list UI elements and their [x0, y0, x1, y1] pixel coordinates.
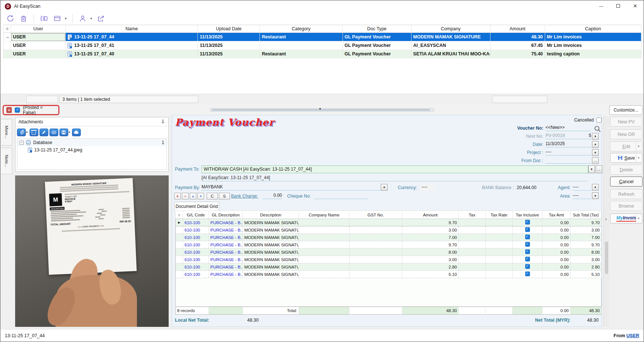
edit-button[interactable]: Edit▼ — [610, 141, 643, 151]
collapse-up-icon[interactable]: ▴ — [319, 106, 321, 110]
tree-node-file[interactable]: 13-11-25 17_07_44.jpeg — [17, 146, 166, 154]
attach-file-button[interactable] — [17, 129, 26, 136]
col-header-user[interactable]: User — [11, 25, 66, 33]
agent-dropdown[interactable]: ▼ — [592, 184, 599, 191]
col-header-name[interactable]: Name — [66, 25, 198, 33]
area-dropdown[interactable]: ▼ — [592, 192, 599, 199]
tax-inclusive-checkbox[interactable] — [525, 235, 530, 239]
gcol-gst-no[interactable]: GST No. — [349, 211, 402, 219]
minimize-button[interactable]: — — [593, 0, 610, 11]
user-dropdown-arrow[interactable]: ▼ — [90, 17, 93, 20]
user-button[interactable] — [78, 14, 87, 23]
tax-inclusive-checkbox[interactable] — [525, 257, 530, 261]
tree-collapse-icon[interactable]: − — [20, 141, 24, 145]
table-row[interactable]: → USER 13-11-25 17_07_41 11/13/2025 GL P… — [4, 41, 641, 50]
maximize-button[interactable] — [610, 0, 627, 11]
delete-button[interactable] — [19, 14, 28, 23]
delete-button-side[interactable]: Delete — [610, 165, 643, 175]
payment-to-browse-button[interactable]: ... — [596, 165, 602, 173]
agent-field[interactable]: ---- — [573, 184, 591, 191]
save-button[interactable]: Save▼ — [610, 153, 643, 163]
bank-charge-field[interactable]: 0.00 — [262, 193, 282, 199]
customize-button[interactable]: Customize... — [609, 105, 643, 115]
col-header-company[interactable]: Company — [411, 25, 490, 33]
grid-row[interactable]: ▶ 610-100 PURCHASE - B... MODERN MAMAK S… — [176, 219, 602, 226]
gcol-company-name[interactable]: Company Name — [299, 211, 349, 219]
payment-by-field[interactable]: MAYBANK — [202, 184, 381, 191]
tree-node-database[interactable]: − Database 1 — [17, 139, 166, 146]
from-user-link[interactable]: USER — [626, 333, 639, 338]
cheque-no-field[interactable] — [314, 193, 368, 199]
scrollbar-thumb[interactable] — [605, 242, 608, 274]
remove-row-button[interactable]: − — [182, 193, 189, 199]
gcol-gl-code[interactable]: G/L Code — [183, 211, 209, 219]
area-field[interactable]: ---- — [573, 193, 591, 199]
remove-filter-button[interactable]: × — [6, 107, 12, 113]
gcol-tax[interactable]: Tax — [459, 211, 486, 219]
new-pv-button[interactable]: New PV — [610, 117, 643, 127]
gcol-amount[interactable]: Amount — [402, 211, 459, 219]
view-attachment-button[interactable] — [49, 129, 58, 136]
grid-row[interactable]: ▶ 610-100 PURCHASE - B... MODERN MAMAK S… — [176, 256, 602, 263]
layout-dropdown-arrow[interactable]: ▼ — [64, 17, 67, 20]
gcol-tax-rate[interactable]: Tax Rate — [486, 211, 513, 219]
sidebar-tab-more[interactable]: More... — [1, 119, 12, 146]
share-button[interactable] — [96, 14, 106, 23]
search-icon[interactable] — [593, 125, 602, 133]
table-row[interactable]: → USER 13-11-25 17_07_40 11/13/2025 Rest… — [4, 50, 641, 58]
project-dropdown[interactable]: ▼ — [592, 149, 599, 156]
table-row[interactable]: → USER 13-11-25 17_07_44 11/13/2025 Rest… — [4, 33, 641, 41]
filter-checkbox[interactable] — [15, 107, 20, 113]
refresh-button-side[interactable]: Refresh — [610, 189, 643, 199]
save-dropdown-arrow[interactable]: ▼ — [68, 131, 71, 134]
date-dropdown[interactable]: ▼ — [592, 141, 599, 148]
cloud-upload-button[interactable] — [72, 129, 81, 136]
gcol-tax-amt[interactable]: Tax Amt — [543, 211, 571, 219]
save-attachment-button[interactable] — [59, 129, 68, 136]
from-doc-field[interactable] — [545, 157, 591, 164]
payment-to-combo[interactable]: WITHDRAW CASH [AI EasyScan: 13-11-25 17_… — [202, 165, 588, 173]
tax-inclusive-checkbox[interactable] — [525, 249, 530, 254]
gcol-description[interactable]: Description — [243, 211, 299, 219]
s-button[interactable]: S — [219, 193, 230, 199]
move-up-button[interactable]: ▲ — [190, 193, 196, 199]
horizontal-splitter-scrollbar[interactable] — [210, 108, 434, 112]
gcol-tax-inclusive[interactable]: Tax Inclusive — [513, 211, 543, 219]
next-no-dropdown[interactable]: ▼ — [592, 133, 599, 140]
receipt-photo[interactable]: MODERN MAMAK SIGNATURE M Ticket # 102 IN… — [15, 175, 169, 327]
voucher-no-field[interactable]: <<New>> — [545, 125, 591, 131]
collapse-right-icon[interactable]: › — [605, 216, 607, 222]
tax-inclusive-checkbox[interactable] — [525, 271, 530, 276]
layout-button[interactable] — [52, 14, 62, 23]
vertical-splitter[interactable]: › — [603, 116, 609, 327]
sidebar-tab-note[interactable]: Note... — [1, 148, 12, 174]
tax-inclusive-checkbox[interactable] — [525, 227, 530, 232]
save-dropdown-arrow[interactable]: ▼ — [636, 153, 641, 163]
new-or-button[interactable]: New OR — [610, 129, 643, 139]
gcol-sub-total[interactable]: Sub Total (Tax) — [571, 211, 602, 219]
delete-attachment-button[interactable] — [30, 129, 38, 136]
tax-inclusive-checkbox[interactable] — [525, 242, 530, 247]
myinvois-dropdown-arrow[interactable]: ▼ — [636, 214, 641, 223]
grid-row[interactable]: ▶ 610-100 PURCHASE - B... MODERN MAMAK S… — [176, 249, 602, 256]
pin-icon[interactable] — [160, 119, 165, 124]
tab-document-detail-grid[interactable]: Document Detail Grid — [174, 202, 219, 211]
close-button[interactable]: × — [627, 0, 644, 11]
grid-row[interactable]: ▶ 610-100 PURCHASE - B... MODERN MAMAK S… — [176, 263, 602, 271]
payment-to-dropdown[interactable]: ▼ — [588, 165, 595, 173]
gcol-gl-description[interactable]: GL Description — [209, 211, 243, 219]
tax-inclusive-checkbox[interactable] — [525, 220, 530, 225]
myinvois-button[interactable]: MyInvois ▼ — [610, 213, 643, 223]
tax-inclusive-checkbox[interactable] — [525, 264, 530, 269]
from-doc-browse-button[interactable]: ... — [592, 157, 599, 164]
col-header-category[interactable]: Category — [260, 25, 342, 33]
edit-attachment-button[interactable] — [39, 129, 48, 136]
payment-by-dropdown[interactable]: ▼ — [381, 184, 388, 191]
move-down-button[interactable]: ▼ — [197, 193, 204, 199]
grid-row[interactable]: ▶ 610-100 PURCHASE - B... MODERN MAMAK S… — [176, 234, 602, 241]
browse-button[interactable]: Browse — [610, 201, 643, 211]
add-row-button[interactable]: + — [174, 193, 181, 199]
edit-dropdown-arrow[interactable]: ▼ — [636, 142, 641, 151]
currency-field[interactable]: ---- — [420, 184, 435, 191]
project-field[interactable]: ---- — [545, 149, 591, 155]
